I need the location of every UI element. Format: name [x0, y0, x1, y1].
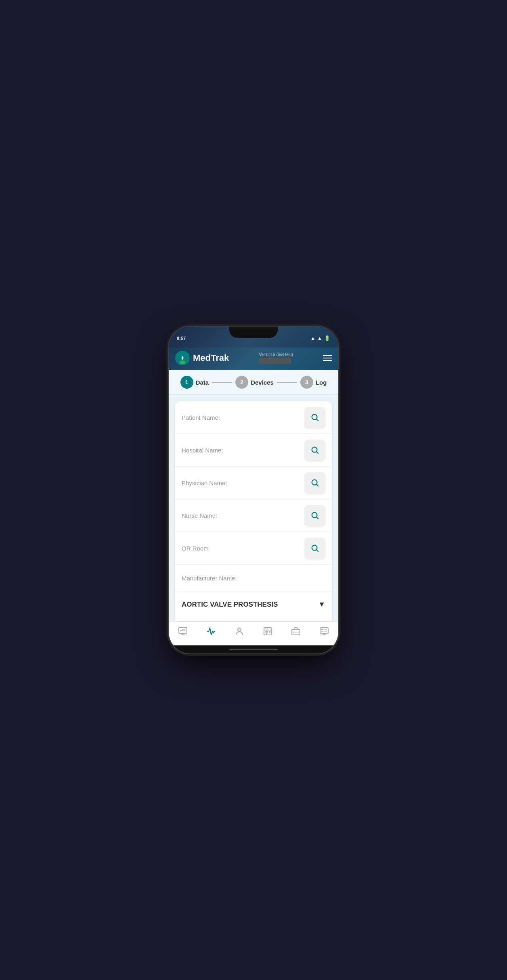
svg-line-6 [316, 452, 318, 453]
svg-line-10 [316, 517, 318, 519]
or-room-row: OR Room [175, 532, 332, 565]
hospital-name-row: Hospital Name: [175, 434, 332, 467]
logo-area: + MedTrak [175, 351, 229, 365]
patient-name-label: Patient Name: [182, 414, 304, 421]
step-3-circle: 3 [300, 376, 313, 389]
battery-icon: 🔋 [324, 335, 330, 341]
svg-rect-20 [265, 631, 266, 632]
svg-rect-22 [267, 631, 268, 632]
step-1-label: Data [196, 379, 209, 386]
svg-line-4 [316, 419, 318, 421]
bottom-nav [169, 621, 338, 645]
step-2-number: 2 [240, 379, 243, 385]
or-room-search-icon [310, 544, 319, 553]
or-room-label: OR Room [182, 545, 304, 552]
step-3-number: 3 [305, 379, 308, 385]
hamburger-line-3 [323, 360, 332, 361]
step-1-number: 1 [185, 379, 189, 385]
building-icon [263, 626, 272, 639]
step-3-label: Log [316, 379, 327, 386]
hospital-name-label: Hospital Name: [182, 447, 304, 454]
nurse-name-row: Nurse Name: [175, 499, 332, 532]
monitor-icon [178, 626, 188, 639]
svg-rect-24 [269, 631, 270, 632]
person-icon [235, 626, 244, 639]
physician-name-row: Physician Name: [175, 467, 332, 499]
svg-rect-25 [269, 632, 270, 633]
svg-rect-23 [267, 632, 268, 633]
hospital-name-search-button[interactable] [304, 440, 325, 461]
main-content: 1 Data 2 Devices 3 Log [169, 370, 338, 621]
heartbeat-icon [206, 626, 216, 639]
svg-rect-31 [320, 628, 328, 633]
step-2[interactable]: 2 Devices [235, 376, 274, 389]
patient-name-row: Patient Name: [175, 401, 332, 434]
app-header: + MedTrak Ver:0.8.6-dev(Test) [169, 348, 338, 370]
nav-person[interactable] [235, 626, 244, 639]
svg-rect-35 [323, 629, 327, 630]
step-line-1 [212, 382, 232, 383]
hamburger-menu[interactable] [323, 355, 332, 361]
nav-monitor2[interactable] [319, 626, 329, 639]
svg-line-8 [316, 484, 318, 486]
svg-line-12 [316, 550, 318, 551]
status-time: 9:57 [177, 336, 186, 341]
physician-search-icon [310, 478, 319, 487]
manufacturer-dropdown-value: AORTIC VALVE PROSTHESIS [182, 601, 318, 609]
stepper: 1 Data 2 Devices 3 Log [169, 370, 338, 395]
nav-heartbeat[interactable] [206, 626, 216, 639]
svg-rect-28 [270, 628, 270, 629]
step-line-2 [277, 382, 297, 383]
patient-name-search-button[interactable] [304, 407, 325, 428]
hamburger-line-1 [323, 355, 332, 356]
status-icons: ▲ ▲ 🔋 [310, 335, 330, 341]
svg-rect-27 [267, 628, 268, 629]
nav-monitor[interactable] [178, 626, 188, 639]
status-bar: 9:57 ▲ ▲ 🔋 [169, 327, 338, 348]
svg-text:+: + [180, 354, 184, 361]
step-1[interactable]: 1 Data [180, 376, 209, 389]
version-info: Ver:0.8.6-dev(Test) [259, 352, 293, 364]
physician-name-label: Physician Name: [182, 480, 304, 486]
manufacturer-dropdown-row[interactable]: AORTIC VALVE PROSTHESIS ▼ [175, 592, 332, 617]
notch [229, 327, 278, 338]
category-dropdown-row[interactable]: Primary ▼ [175, 617, 332, 621]
manufacturer-name-row: Manufacturer Name: [175, 565, 332, 592]
svg-rect-36 [321, 631, 327, 632]
manufacturer-dropdown-arrow-icon: ▼ [318, 600, 325, 609]
monitor2-icon [319, 626, 329, 639]
svg-rect-34 [321, 629, 323, 630]
svg-rect-13 [179, 628, 187, 633]
hamburger-line-2 [323, 358, 332, 358]
hospital-search-icon [310, 446, 319, 454]
phone-frame: 9:57 ▲ ▲ 🔋 + MedTrak Ver:0.8.6-dev(Test) [169, 327, 338, 653]
nav-building[interactable] [263, 626, 272, 639]
nav-briefcase[interactable] [291, 626, 301, 639]
or-room-search-button[interactable] [304, 538, 325, 559]
version-text: Ver:0.8.6-dev(Test) [259, 352, 293, 357]
nurse-name-label: Nurse Name: [182, 512, 304, 519]
step-3[interactable]: 3 Log [300, 376, 327, 389]
svg-point-2 [180, 360, 185, 364]
manufacturer-name-label: Manufacturer Name: [182, 575, 325, 582]
patient-search-icon [310, 413, 319, 422]
briefcase-icon [291, 626, 301, 639]
scroll-content: Patient Name: Hospital Name: [169, 395, 338, 621]
nurse-search-icon [310, 511, 319, 520]
form-card: Patient Name: Hospital Name: [175, 401, 332, 621]
svg-rect-26 [265, 628, 266, 629]
nurse-name-search-button[interactable] [304, 505, 325, 526]
home-indicator [169, 645, 338, 653]
physician-name-search-button[interactable] [304, 472, 325, 493]
version-bar [259, 358, 291, 364]
wifi-icon: ▲ [310, 335, 315, 341]
logo-icon: + [175, 351, 190, 365]
svg-rect-21 [265, 632, 266, 633]
step-2-label: Devices [251, 379, 274, 386]
signal-icon: ▲ [317, 335, 322, 341]
step-1-circle: 1 [180, 376, 193, 389]
app-title: MedTrak [193, 353, 229, 363]
step-2-circle: 2 [235, 376, 248, 389]
svg-point-16 [238, 628, 241, 631]
home-bar [229, 649, 278, 650]
